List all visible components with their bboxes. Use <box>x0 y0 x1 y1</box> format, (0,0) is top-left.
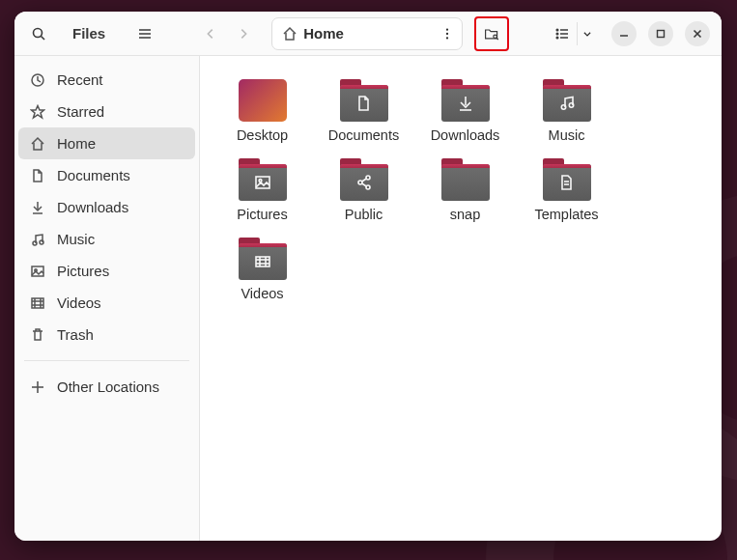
folder-label: Public <box>345 207 383 222</box>
download-icon <box>456 94 475 113</box>
sidebar-item-starred[interactable]: Starred <box>18 96 195 127</box>
svg-rect-28 <box>32 298 43 308</box>
minimize-button[interactable] <box>611 21 637 46</box>
nav-arrows <box>194 17 260 50</box>
svg-point-0 <box>34 28 43 37</box>
template-icon <box>557 173 577 192</box>
folder-icon <box>340 79 388 122</box>
search-button[interactable] <box>22 17 55 50</box>
path-menu-button[interactable] <box>433 18 462 49</box>
folder-icon <box>441 79 490 122</box>
desktop-wallpaper-icon <box>239 79 287 122</box>
sidebar-separator <box>24 360 189 361</box>
sidebar-item-label: Documents <box>57 167 130 183</box>
pathbar[interactable]: Home <box>271 17 463 50</box>
home-icon <box>282 26 298 42</box>
sidebar-item-pictures[interactable]: Pictures <box>18 255 195 287</box>
close-icon <box>692 28 703 40</box>
sidebar-item-documents[interactable]: Documents <box>18 159 195 191</box>
music-icon <box>557 94 577 113</box>
sidebar-item-downloads[interactable]: Downloads <box>18 191 195 223</box>
path-label: Home <box>303 25 344 42</box>
download-icon <box>30 200 45 215</box>
picture-icon <box>253 173 272 192</box>
folder-templates[interactable]: Templates <box>516 154 617 234</box>
sidebar-item-videos[interactable]: Videos <box>18 287 195 319</box>
maximize-button[interactable] <box>648 21 673 46</box>
list-view-icon <box>554 26 570 42</box>
close-button[interactable] <box>685 21 710 46</box>
home-icon <box>30 136 45 152</box>
music-icon <box>30 232 45 247</box>
sidebar-item-label: Other Locations <box>57 378 159 395</box>
hamburger-icon <box>137 26 153 42</box>
document-icon <box>30 168 45 183</box>
folder-documents[interactable]: Documents <box>313 75 414 154</box>
folder-downloads[interactable]: Downloads <box>414 75 516 154</box>
app-title: Files <box>61 25 123 42</box>
sidebar-item-label: Music <box>57 231 95 247</box>
folder-label: Downloads <box>431 127 500 143</box>
sidebar-item-recent[interactable]: Recent <box>18 64 195 96</box>
svg-point-12 <box>556 33 558 35</box>
folder-label: Templates <box>534 207 598 222</box>
svg-point-38 <box>569 103 573 107</box>
svg-point-10 <box>556 29 558 31</box>
svg-rect-48 <box>256 257 269 266</box>
folder-public[interactable]: Public <box>313 154 414 234</box>
svg-rect-17 <box>658 30 665 37</box>
list-view-button[interactable] <box>548 17 577 50</box>
folder-icon <box>543 79 591 122</box>
search-icon <box>31 26 46 42</box>
hamburger-menu-button[interactable] <box>128 17 161 50</box>
video-icon <box>253 252 272 271</box>
forward-button[interactable] <box>227 17 260 50</box>
sidebar-item-label: Trash <box>57 326 94 343</box>
folder-label: snap <box>450 207 480 222</box>
picture-icon <box>30 264 45 279</box>
svg-point-37 <box>561 105 565 109</box>
kebab-icon <box>440 27 454 41</box>
folder-icon <box>441 158 490 201</box>
file-manager-window: Files Home <box>14 12 722 541</box>
folder-label: Music <box>549 127 585 143</box>
folder-view[interactable]: Desktop Documents Downloads Music Pictur… <box>200 56 722 541</box>
svg-point-6 <box>446 32 448 34</box>
folder-icon <box>340 158 388 201</box>
chevron-right-icon <box>237 27 250 41</box>
svg-point-7 <box>446 37 448 39</box>
folder-videos[interactable]: Videos <box>212 234 313 313</box>
sidebar-item-label: Starred <box>57 103 104 120</box>
svg-line-44 <box>361 179 366 182</box>
share-icon <box>354 173 374 192</box>
chevron-down-icon <box>582 29 592 39</box>
svg-point-25 <box>40 240 43 244</box>
sidebar-item-home[interactable]: Home <box>18 127 195 159</box>
view-mode-controls <box>548 17 596 50</box>
document-icon <box>354 94 374 113</box>
folder-search-icon <box>484 25 499 42</box>
sidebar-item-label: Downloads <box>57 199 128 215</box>
svg-line-45 <box>361 183 366 186</box>
folder-search-button[interactable] <box>478 20 505 47</box>
video-icon <box>30 295 45 311</box>
sidebar-item-music[interactable]: Music <box>18 223 195 255</box>
clock-icon <box>30 72 45 88</box>
sidebar-item-trash[interactable]: Trash <box>18 319 195 350</box>
svg-marker-21 <box>32 105 44 118</box>
path-segment-home[interactable]: Home <box>272 18 354 49</box>
titlebar: Files Home <box>14 12 722 56</box>
folder-label: Pictures <box>237 207 287 222</box>
svg-point-8 <box>494 35 497 39</box>
folder-music[interactable]: Music <box>516 75 617 154</box>
sidebar-item-label: Videos <box>57 294 101 311</box>
folder-pictures[interactable]: Pictures <box>212 154 313 234</box>
highlighted-control <box>474 16 509 51</box>
folder-snap[interactable]: snap <box>414 154 516 234</box>
back-button[interactable] <box>194 17 227 50</box>
folder-desktop[interactable]: Desktop <box>212 75 313 154</box>
svg-point-24 <box>33 241 37 245</box>
sidebar-item-other-locations[interactable]: Other Locations <box>18 371 195 403</box>
view-options-dropdown[interactable] <box>577 22 596 45</box>
svg-point-14 <box>556 37 558 39</box>
